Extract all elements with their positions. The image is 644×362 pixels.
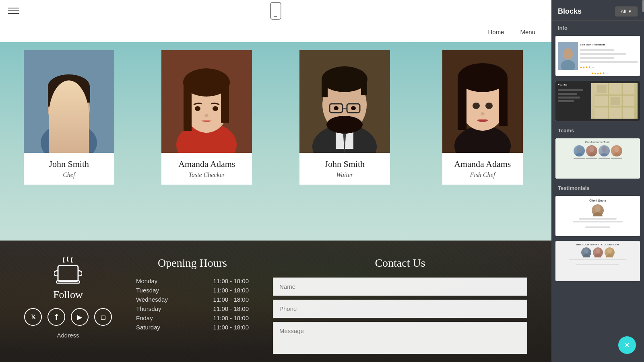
svg-point-64	[588, 153, 596, 156]
hours-time: 11:00 - 18:00	[213, 296, 249, 303]
team-photo-john-waiter	[299, 50, 390, 153]
team-card-info-john-chef: John Smith Chef	[24, 153, 114, 185]
contact-name-input[interactable]	[273, 278, 527, 296]
hours-day: Friday	[136, 315, 153, 321]
nav-menu[interactable]: Menu	[520, 29, 535, 35]
svg-point-32	[326, 116, 363, 134]
hours-time: 11:00 - 18:00	[213, 278, 249, 284]
team-card-info-amanda-taste: Amanda Adams Taste Checker	[161, 153, 252, 185]
svg-point-70	[593, 212, 603, 216]
sidebar: Blocks All ▼ Info ★★★★★	[551, 0, 644, 362]
team-member-role: Waiter	[303, 171, 386, 179]
preview-img: ★★★★★	[558, 42, 578, 70]
sidebar-block-info-2[interactable]: Visit Us	[555, 81, 640, 121]
sidebar-all-button[interactable]: All ▼	[615, 6, 638, 16]
facebook-icon[interactable]: f	[47, 308, 65, 326]
toolbar	[0, 0, 551, 22]
sidebar-block-teams-1[interactable]: Our Awesome Team	[555, 138, 640, 179]
svg-point-22	[213, 106, 218, 111]
hours-row-wednesday: Wednesday 11:00 - 18:00	[136, 296, 249, 303]
svg-point-7	[52, 117, 86, 133]
opening-hours-title: Opening Hours	[136, 257, 249, 269]
sidebar-section-info-label: Info	[551, 21, 644, 33]
contact-phone-input[interactable]	[273, 300, 527, 318]
svg-point-11	[58, 109, 62, 113]
hamburger-menu[interactable]	[8, 8, 19, 14]
hours-time: 11:00 - 18:00	[213, 315, 249, 321]
svg-point-23	[204, 114, 208, 117]
sidebar-close-button[interactable]: ×	[618, 336, 636, 354]
preview-client-quote-title: Client Quote	[589, 199, 606, 202]
preview-t2-avatar-2	[593, 247, 603, 257]
team-member-name: John Smith	[303, 159, 386, 169]
preview-testimonial-text	[566, 218, 629, 228]
svg-point-12	[75, 109, 80, 113]
preview-dark-text-col: Visit Us	[558, 83, 590, 119]
team-grid: John Smith Chef	[0, 42, 551, 241]
svg-rect-19	[184, 82, 192, 131]
svg-point-66	[600, 153, 608, 156]
preview-avatar-1	[574, 145, 585, 156]
team-card-amanda-fish[interactable]: Amanda Adams Fish Chef	[414, 50, 552, 185]
preview-testimonial2-avatars	[581, 247, 615, 257]
address-label: Address	[57, 332, 79, 339]
team-photo-john-chef	[24, 50, 114, 153]
svg-point-72	[582, 254, 590, 257]
restaurant-logo-icon	[54, 257, 82, 289]
svg-point-37	[351, 106, 356, 110]
preview-avatar-4	[611, 145, 622, 156]
footer-follow-col: Follow 𝕏 f ▶ ◻ Address	[24, 257, 112, 339]
svg-point-76	[606, 254, 613, 257]
sidebar-block-info-1[interactable]: ★★★★★ Visit Our Restaurant ★★★★★	[555, 36, 640, 76]
hours-day: Saturday	[136, 324, 160, 331]
svg-rect-60	[611, 97, 620, 105]
hours-row-friday: Friday 11:00 - 18:00	[136, 315, 249, 321]
svg-rect-6	[84, 86, 90, 103]
sidebar-section-testimonials-label: Testimonials	[551, 181, 644, 193]
nav-home[interactable]: Home	[488, 29, 504, 35]
sidebar-block-testimonials-1[interactable]: Client Quote	[555, 196, 640, 236]
twitter-icon[interactable]: 𝕏	[24, 308, 42, 326]
footer-hours-col: Opening Hours Monday 11:00 - 18:00 Tuesd…	[136, 257, 249, 333]
svg-rect-45	[499, 78, 508, 126]
team-member-name: Amanda Adams	[165, 159, 248, 169]
phone-preview-icon[interactable]	[270, 2, 281, 20]
all-dropdown-icon: ▼	[628, 9, 632, 14]
preview-avatar-3	[599, 145, 610, 156]
svg-point-73	[596, 249, 600, 253]
contact-message-input[interactable]	[273, 322, 527, 354]
team-card-john-chef[interactable]: John Smith Chef	[0, 50, 138, 185]
hours-row-monday: Monday 11:00 - 18:00	[136, 278, 249, 284]
preview-team-avatars	[574, 145, 622, 156]
svg-rect-49	[58, 265, 78, 282]
svg-rect-8	[54, 107, 66, 115]
sidebar-block-testimonials-2[interactable]: WHAT OUR FANTASTIC CLIENTS SAY	[555, 241, 640, 281]
contact-us-title: Contact Us	[273, 257, 527, 269]
preview-testimonial-avatar	[592, 204, 604, 216]
instagram-icon[interactable]: ◻	[94, 308, 112, 326]
team-card-john-waiter[interactable]: John Smith Waiter	[276, 50, 414, 185]
svg-rect-59	[597, 85, 607, 93]
team-member-role: Chef	[28, 171, 110, 179]
follow-label: Follow	[53, 289, 83, 301]
svg-point-61	[577, 146, 582, 152]
sidebar-header: Blocks All ▼	[551, 0, 644, 21]
hours-row-thursday: Thursday 11:00 - 18:00	[136, 305, 249, 312]
social-icons-group: 𝕏 f ▶ ◻	[24, 308, 112, 326]
team-card-info-amanda-fish: Amanda Adams Fish Chef	[442, 153, 523, 185]
svg-rect-31	[361, 79, 367, 95]
svg-point-75	[607, 249, 612, 253]
svg-rect-0	[24, 50, 114, 153]
testimonials-block-1-preview: Client Quote	[555, 196, 640, 236]
team-member-role: Taste Checker	[165, 171, 248, 179]
footer-contact-col: Contact Us	[273, 257, 527, 354]
navbar: Home Menu	[0, 22, 551, 42]
svg-point-46	[473, 103, 480, 109]
team-card-amanda-taste[interactable]: Amanda Adams Taste Checker	[138, 50, 276, 185]
hours-row-saturday: Saturday 11:00 - 18:00	[136, 324, 249, 331]
youtube-icon[interactable]: ▶	[71, 308, 89, 326]
close-icon: ×	[625, 340, 630, 350]
svg-point-71	[584, 249, 588, 253]
hours-time: 11:00 - 18:00	[213, 324, 249, 331]
sidebar-title: Blocks	[558, 7, 582, 16]
